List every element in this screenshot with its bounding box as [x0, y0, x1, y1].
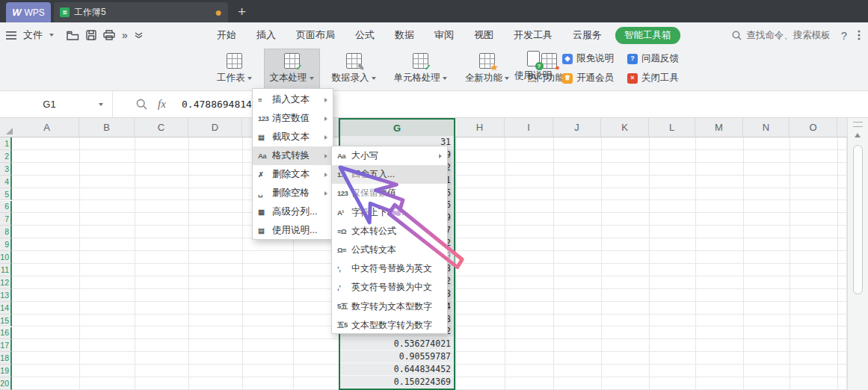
- cell-G20[interactable]: 0.150224369: [340, 376, 454, 389]
- row-header-5[interactable]: 5: [0, 188, 12, 201]
- row-header-17[interactable]: 17: [0, 339, 12, 352]
- split-handle-icon[interactable]: [853, 122, 863, 127]
- row-header-9[interactable]: 9: [0, 238, 12, 251]
- row-header-15[interactable]: 15: [0, 315, 12, 327]
- fx-icon[interactable]: fx: [158, 98, 166, 111]
- customize-toolbar-icon[interactable]: [135, 32, 143, 38]
- kebab-menu-icon[interactable]: [858, 30, 861, 40]
- crown-icon[interactable]: ♕ 开通会员: [562, 72, 614, 84]
- submenu-item[interactable]: ≡Ω 文本转公式: [332, 222, 447, 241]
- ribbon-tab[interactable]: 开发工具: [514, 28, 552, 42]
- ribbon-tab[interactable]: 开始: [217, 28, 236, 42]
- column-header-O[interactable]: O: [789, 118, 837, 137]
- open-folder-icon[interactable]: [67, 31, 79, 40]
- submenu-item[interactable]: 123 仅保留数值: [332, 184, 447, 202]
- question-circle-icon[interactable]: ? 问题反馈: [627, 52, 679, 65]
- worksheet-icon[interactable]: 工作表: [211, 49, 258, 90]
- submenu-item[interactable]: 5五 数字转为文本型数字: [332, 297, 447, 316]
- ribbon-tab[interactable]: 公式: [355, 28, 375, 42]
- submenu-item[interactable]: 五5 文本型数字转为数字: [332, 316, 447, 335]
- row-header-20[interactable]: 20: [0, 377, 12, 390]
- cell-G17[interactable]: 0.536274021: [340, 338, 454, 350]
- data-entry-icon[interactable]: ✎ 数据录入: [326, 49, 382, 90]
- cell-process-icon[interactable]: ✓ 单元格处理: [388, 49, 454, 90]
- row-header-11[interactable]: 11: [0, 264, 12, 276]
- submenu-item[interactable]: A¹ 字符上下标...: [332, 203, 447, 222]
- menu-item[interactable]: ▤ 截取文本: [253, 128, 333, 146]
- column-header-A[interactable]: A: [15, 118, 79, 137]
- dropdown-caret-icon: [505, 77, 509, 80]
- menu-item[interactable]: 123 清空数值: [253, 109, 333, 128]
- column-header-N[interactable]: N: [743, 118, 789, 137]
- row-header-1[interactable]: 1: [0, 137, 12, 150]
- ribbon-tab[interactable]: 云服务: [573, 28, 602, 42]
- column-header-J[interactable]: J: [553, 118, 601, 137]
- row-header-6[interactable]: 6: [0, 201, 12, 214]
- text-process-icon[interactable]: ✓ 文本处理: [264, 49, 320, 90]
- row-header-3[interactable]: 3: [0, 163, 12, 176]
- row-header-4[interactable]: 4: [0, 176, 12, 188]
- row-header-19[interactable]: 19: [0, 365, 12, 377]
- row-header-13[interactable]: 13: [0, 289, 12, 302]
- column-header-I[interactable]: I: [505, 118, 553, 137]
- wps-home-tab[interactable]: W WPS: [6, 2, 51, 22]
- column-header-C[interactable]: C: [135, 118, 188, 137]
- scrollbar-thumb[interactable]: [853, 145, 863, 294]
- row-header-2[interactable]: 2: [0, 150, 12, 163]
- row-header-18[interactable]: 18: [0, 352, 12, 365]
- document-tab[interactable]: ≣ 工作簿5 ●: [54, 2, 228, 22]
- column-header-M[interactable]: M: [695, 118, 743, 137]
- ribbon-tab[interactable]: 视图: [474, 28, 493, 42]
- row-header-14[interactable]: 14: [0, 302, 12, 315]
- tag-icon[interactable]: ◆ 限免说明: [562, 52, 614, 65]
- menu-item[interactable]: ≡ 插入文本: [253, 90, 333, 109]
- menu-item[interactable]: Aa 格式转换: [253, 146, 333, 165]
- menu-item[interactable]: ▦ 高级分列...: [253, 202, 333, 221]
- print-icon[interactable]: [103, 30, 115, 40]
- row-header-7[interactable]: 7: [0, 213, 12, 226]
- row-header-8[interactable]: 8: [0, 226, 12, 238]
- usage-help-button[interactable]: ? 使用说明: [511, 49, 555, 90]
- close-tool-icon[interactable]: × 关闭工具: [627, 72, 679, 84]
- menu-item[interactable]: ␣ 删除空格: [253, 184, 333, 202]
- cell-G19[interactable]: 0.644834452: [340, 363, 454, 376]
- name-box[interactable]: G1: [0, 91, 113, 117]
- formula-bar-value[interactable]: 0.47886948145: [182, 91, 258, 117]
- delete-spaces-icon: ␣: [258, 189, 272, 197]
- column-header-K[interactable]: K: [601, 118, 649, 137]
- submenu-item[interactable]: Ω≡ 公式转文本: [332, 241, 447, 259]
- help-icon[interactable]: ?: [841, 29, 847, 42]
- new-tab-button[interactable]: +: [238, 3, 246, 21]
- vertical-scrollbar[interactable]: [847, 118, 868, 390]
- ribbon-tab[interactable]: 审阅: [434, 28, 454, 42]
- row-header-16[interactable]: 16: [0, 327, 12, 340]
- file-menu-button[interactable]: 文件: [23, 28, 43, 42]
- column-header-D[interactable]: D: [188, 118, 242, 137]
- smart-toolbox-tab[interactable]: 智能工具箱: [615, 27, 680, 44]
- column-header-B[interactable]: B: [79, 118, 135, 137]
- ribbon-tab[interactable]: 页面布局: [296, 28, 335, 42]
- ribbon-tab[interactable]: 数据: [395, 28, 414, 42]
- search-commands-input[interactable]: 查找命令、搜索模板: [746, 29, 831, 42]
- column-header-G[interactable]: G: [339, 118, 455, 137]
- select-all-corner[interactable]: [0, 118, 15, 137]
- row-header-12[interactable]: 12: [0, 276, 12, 289]
- hamburger-icon[interactable]: [6, 31, 16, 40]
- menu-item[interactable]: ▤ 使用说明...: [253, 221, 333, 240]
- new-features-icon[interactable]: ★ 全新功能: [459, 49, 515, 90]
- row-header-10[interactable]: 10: [0, 251, 12, 264]
- submenu-item[interactable]: 1.5 四舍五入...: [332, 165, 447, 184]
- menu-item[interactable]: ✗ 删除文本: [253, 165, 333, 184]
- submenu-item[interactable]: ’, 中文符号替换为英文: [332, 259, 447, 278]
- save-icon[interactable]: [86, 30, 96, 40]
- magnifier-icon[interactable]: [136, 99, 147, 110]
- submenu-item[interactable]: Aa 大小写: [332, 146, 447, 165]
- scroll-up-icon[interactable]: [855, 133, 861, 137]
- ribbon-tab[interactable]: 插入: [256, 28, 276, 42]
- submenu-item[interactable]: ,’ 英文符号替换为中文: [332, 278, 447, 297]
- column-header-L[interactable]: L: [649, 118, 695, 137]
- ribbon-tabs: 开始插入页面布局公式数据审阅视图开发工具云服务: [217, 22, 602, 48]
- cell-G18[interactable]: 0.90559787: [340, 350, 454, 363]
- more-commands-icon[interactable]: »: [122, 29, 128, 41]
- column-header-H[interactable]: H: [455, 118, 505, 137]
